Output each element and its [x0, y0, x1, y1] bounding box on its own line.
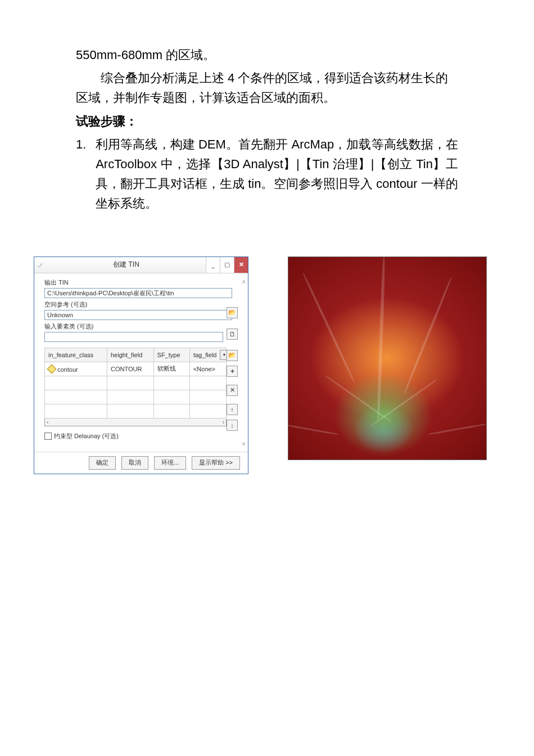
browse-input-button[interactable]: 📂 [227, 350, 238, 361]
cell-height: CONTOUR [107, 362, 153, 376]
step-1: 1. 利用等高线，构建 DEM。首先翻开 ArcMap，加载等高线数据，在 Ar… [76, 134, 458, 214]
polygon-icon [47, 364, 57, 374]
steps-heading: 试验步骤： [76, 111, 458, 131]
summary-paragraph: 综合叠加分析满足上述 4 个条件的区域，得到适合该药材生长的区域，并制作专题图，… [76, 68, 458, 107]
input-feature-table: in_feature_class height_field SF_type ta… [44, 348, 227, 418]
output-tin-label: 输出 TIN [44, 278, 238, 287]
step-text: 利用等高线，构建 DEM。首先翻开 ArcMap，加载等高线数据，在 ArcTo… [96, 134, 458, 214]
delaunay-label: 约束型 Delaunay (可选) [54, 432, 119, 440]
cell-feature: contour [57, 366, 78, 373]
close-button[interactable]: ✕ [234, 257, 248, 273]
minimize-button[interactable]: _ [206, 257, 220, 273]
help-button[interactable]: 显示帮助 >> [192, 456, 240, 470]
col-feature-class: in_feature_class [45, 348, 107, 362]
env-button[interactable]: 环境... [154, 456, 186, 470]
cell-sf: 软断线 [153, 362, 189, 376]
prev-fragment: 550mm-680mm 的区域。 [76, 45, 458, 65]
input-fc-label: 输入要素类 (可选) [44, 322, 238, 331]
dialog-titlebar[interactable]: ⟋ 创建 TIN _ ▢ ✕ [34, 257, 248, 273]
cell-tag: <None> [189, 362, 226, 376]
scroll-down-icon[interactable]: ∨ [242, 440, 246, 447]
move-down-button[interactable]: ↓ [227, 420, 238, 431]
dialog-title: 创建 TIN [47, 260, 206, 269]
cancel-button[interactable]: 取消 [121, 456, 148, 470]
table-row[interactable]: contour CONTOUR 软断线 <None> [45, 362, 227, 376]
table-row[interactable] [45, 390, 227, 404]
create-tin-dialog: ⟋ 创建 TIN _ ▢ ✕ ∧ ∨ 输出 TIN C:\Users\think… [34, 256, 248, 474]
table-row[interactable] [45, 376, 227, 390]
tin-result-image [288, 256, 487, 460]
add-row-button[interactable]: ＋ [227, 366, 238, 377]
spatial-ref-input[interactable]: Unknown [44, 310, 232, 320]
remove-row-button[interactable]: ✕ [227, 385, 238, 396]
ok-button[interactable]: 确定 [89, 456, 116, 470]
input-fc-input[interactable] [44, 332, 223, 342]
browse-sr-button[interactable]: 🗋 [227, 328, 238, 340]
move-up-button[interactable]: ↑ [227, 404, 238, 415]
scroll-up-icon[interactable]: ∧ [242, 278, 246, 285]
spatial-ref-label: 空间参考 (可选) [44, 300, 238, 309]
table-hscroll[interactable]: ‹› [44, 418, 227, 426]
step-number: 1. [76, 134, 96, 214]
dialog-footer: 确定 取消 环境... 显示帮助 >> [34, 452, 248, 474]
document-body: 550mm-680mm 的区域。 综合叠加分析满足上述 4 个条件的区域，得到适… [0, 0, 534, 240]
checkbox-icon [44, 433, 52, 440]
col-sf-type: SF_type [153, 348, 189, 362]
col-height-field: height_field [107, 348, 153, 362]
output-tin-input[interactable]: C:\Users\thinkpad-PC\Desktop\崔崔民\工程\tin [44, 288, 232, 298]
table-header-row: in_feature_class height_field SF_type ta… [45, 348, 227, 362]
tool-icon: ⟋ [34, 260, 47, 269]
browse-output-button[interactable]: 📂 [227, 307, 238, 318]
maximize-button[interactable]: ▢ [220, 257, 234, 273]
table-row[interactable] [45, 404, 227, 418]
delaunay-checkbox[interactable]: 约束型 Delaunay (可选) [44, 432, 238, 440]
